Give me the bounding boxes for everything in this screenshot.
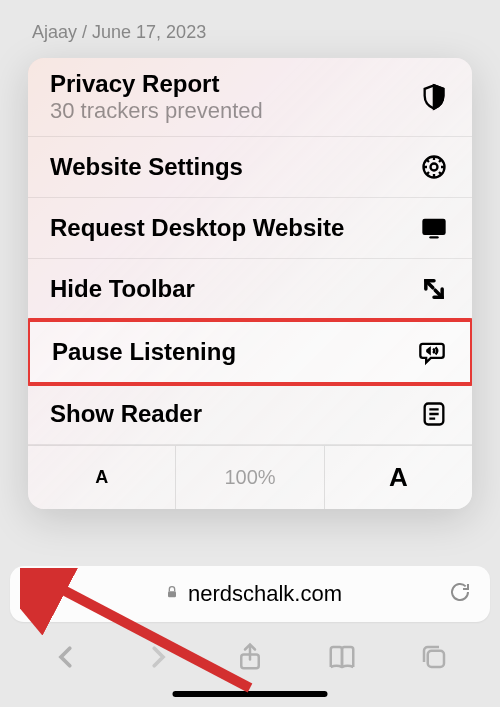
expand-arrows-icon <box>418 273 450 305</box>
back-button[interactable] <box>41 632 91 682</box>
tabs-button[interactable] <box>409 632 459 682</box>
text-size-button[interactable]: AA <box>28 580 58 608</box>
gear-icon <box>418 151 450 183</box>
svg-rect-8 <box>168 591 176 597</box>
url-display[interactable]: nerdschalk.com <box>58 581 448 607</box>
svg-rect-3 <box>429 236 438 238</box>
menu-item-privacy-report[interactable]: Privacy Report 30 trackers prevented <box>28 58 472 137</box>
article-byline: Ajaay / June 17, 2023 <box>0 0 500 43</box>
zoom-controls: A 100% A <box>28 445 472 509</box>
svg-point-1 <box>431 164 438 171</box>
domain-text: nerdschalk.com <box>188 581 342 607</box>
url-bar[interactable]: AA nerdschalk.com <box>10 566 490 622</box>
page-settings-popup: Privacy Report 30 trackers prevented Web… <box>28 58 472 509</box>
menu-item-website-settings[interactable]: Website Settings <box>28 137 472 198</box>
menu-item-show-reader[interactable]: Show Reader <box>28 384 472 445</box>
share-button[interactable] <box>225 632 275 682</box>
desktop-icon <box>418 212 450 244</box>
svg-rect-10 <box>428 651 444 667</box>
website-settings-label: Website Settings <box>50 153 243 181</box>
privacy-report-subtitle: 30 trackers prevented <box>50 98 263 124</box>
forward-button[interactable] <box>133 632 183 682</box>
home-indicator[interactable] <box>173 691 328 697</box>
zoom-in-button[interactable]: A <box>325 446 472 509</box>
zoom-level-display[interactable]: 100% <box>176 446 324 509</box>
bookmarks-button[interactable] <box>317 632 367 682</box>
show-reader-label: Show Reader <box>50 400 202 428</box>
menu-item-hide-toolbar[interactable]: Hide Toolbar <box>28 259 472 320</box>
menu-item-pause-listening[interactable]: Pause Listening <box>28 318 472 386</box>
privacy-report-title: Privacy Report <box>50 70 263 98</box>
menu-item-request-desktop[interactable]: Request Desktop Website <box>28 198 472 259</box>
request-desktop-label: Request Desktop Website <box>50 214 344 242</box>
pause-listening-label: Pause Listening <box>52 338 236 366</box>
reader-icon <box>418 398 450 430</box>
speech-bubble-sound-icon <box>416 336 448 368</box>
shield-icon <box>418 81 450 113</box>
reload-button[interactable] <box>448 580 472 608</box>
svg-rect-2 <box>422 219 445 235</box>
zoom-out-button[interactable]: A <box>28 446 176 509</box>
lock-icon <box>164 582 180 606</box>
hide-toolbar-label: Hide Toolbar <box>50 275 195 303</box>
